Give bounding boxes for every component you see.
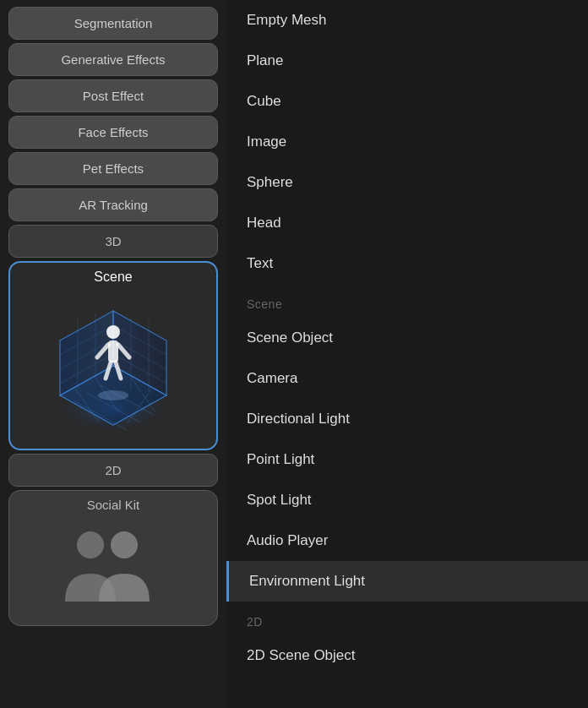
sidebar-item-post-effect[interactable]: Post Effect [8, 79, 218, 112]
menu-item-label: 2D Scene Object [247, 647, 356, 664]
section-header-2d: 2D [226, 602, 588, 635]
menu-item-camera[interactable]: Camera [226, 358, 588, 399]
menu-item-audio-player[interactable]: Audio Player [226, 520, 588, 561]
sidebar-item-social-kit[interactable]: Social Kit [8, 490, 218, 626]
menu-item-label: Point Light [247, 451, 314, 468]
sidebar-item-label: Face Effects [78, 125, 148, 139]
menu-item-label: Text [247, 255, 273, 272]
menu-item-label: Audio Player [247, 532, 328, 549]
menu-item-scene-object[interactable]: Scene Object [226, 318, 588, 358]
svg-point-27 [98, 390, 128, 400]
svg-point-28 [77, 531, 104, 558]
menu-item-label: Scene Object [247, 329, 333, 346]
menu-item-spot-light[interactable]: Spot Light [226, 480, 588, 520]
menu-item-point-light[interactable]: Point Light [226, 439, 588, 480]
menu-item-cube[interactable]: Cube [226, 81, 588, 122]
sidebar: Segmentation Generative Effects Post Eff… [0, 0, 226, 708]
sidebar-item-label: Segmentation [74, 16, 153, 30]
sidebar-item-label: Pet Effects [83, 161, 144, 176]
sidebar-item-generative-effects[interactable]: Generative Effects [8, 43, 218, 76]
sidebar-item-pet-effects[interactable]: Pet Effects [8, 152, 218, 185]
sidebar-item-ar-tracking[interactable]: AR Tracking [8, 188, 218, 221]
menu-item-label: Environment Light [249, 573, 365, 590]
social-card-title: Social Kit [87, 498, 140, 512]
menu-item-environment-light[interactable]: Environment Light [226, 561, 588, 602]
menu-item-2d-scene-object[interactable]: 2D Scene Object [226, 635, 588, 676]
menu-item-directional-light[interactable]: Directional Light [226, 399, 588, 439]
menu-item-image[interactable]: Image [226, 122, 588, 162]
menu-item-label: Cube [247, 93, 281, 110]
menu-item-label: Image [247, 133, 286, 150]
menu-item-plane[interactable]: Plane [226, 41, 588, 81]
sidebar-item-face-effects[interactable]: Face Effects [8, 116, 218, 149]
menu-item-empty-mesh[interactable]: Empty Mesh [226, 0, 588, 41]
section-header-scene: Scene [226, 284, 588, 318]
sidebar-item-segmentation[interactable]: Segmentation [8, 7, 218, 40]
sidebar-item-label: AR Tracking [79, 198, 148, 212]
menu-item-label: Head [247, 215, 281, 231]
right-panel: Empty Mesh Plane Cube Image Sphere Head … [226, 0, 588, 708]
menu-item-label: Empty Mesh [247, 12, 326, 29]
menu-item-label: Spot Light [247, 492, 312, 509]
label-3d: 3D [8, 225, 218, 258]
sidebar-item-label: Post Effect [83, 89, 144, 103]
scene-card-title: Scene [94, 270, 132, 285]
svg-point-29 [111, 531, 138, 558]
menu-item-text[interactable]: Text [226, 243, 588, 284]
label-2d: 2D [8, 454, 218, 487]
menu-item-label: Sphere [247, 174, 293, 191]
scene-illustration [29, 290, 198, 442]
menu-item-label: Camera [247, 370, 297, 387]
svg-point-21 [106, 325, 120, 339]
menu-item-head[interactable]: Head [226, 203, 588, 243]
sidebar-item-label: Generative Effects [61, 52, 165, 67]
menu-item-label: Directional Light [247, 411, 350, 428]
social-illustration [29, 517, 198, 618]
menu-item-sphere[interactable]: Sphere [226, 162, 588, 203]
menu-item-label: Plane [247, 52, 283, 69]
sidebar-item-scene[interactable]: Scene [8, 261, 218, 450]
